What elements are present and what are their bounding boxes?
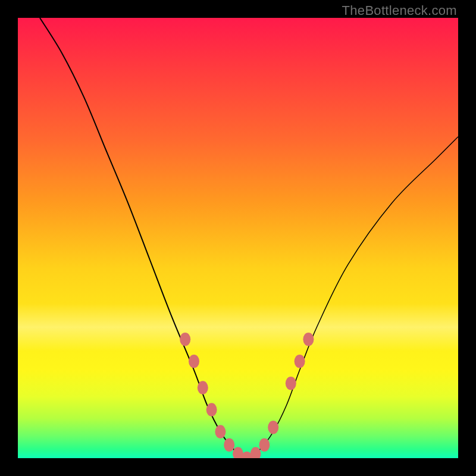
data-marker — [286, 377, 296, 390]
watermark-label: TheBottleneck.com — [342, 3, 457, 18]
chart-frame: TheBottleneck.com — [0, 0, 476, 476]
data-marker — [215, 425, 226, 439]
data-marker — [198, 381, 208, 394]
data-marker — [224, 439, 234, 452]
data-marker — [295, 355, 305, 368]
data-marker — [303, 333, 314, 346]
curves-group — [40, 18, 458, 458]
data-marker — [250, 447, 261, 458]
data-marker — [180, 333, 190, 346]
data-marker — [268, 421, 278, 434]
chart-svg — [18, 18, 458, 458]
data-marker — [259, 439, 270, 452]
markers-group — [180, 333, 314, 458]
plot-area — [18, 18, 458, 458]
curve-left-descending-curve — [40, 18, 247, 458]
data-marker — [189, 355, 199, 368]
curve-right-ascending-curve — [247, 137, 458, 458]
data-marker — [206, 403, 217, 416]
